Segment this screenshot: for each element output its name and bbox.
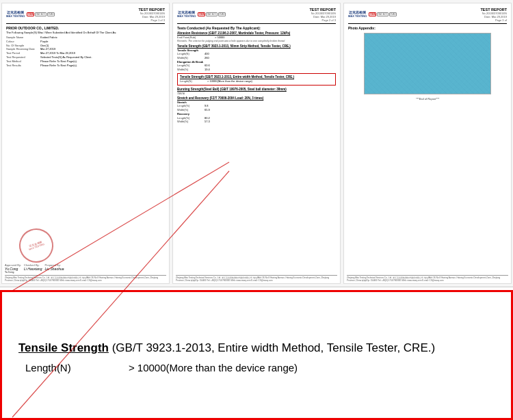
zoom-title-rest: (GB/T 3923.1-2013, Entire width Method, … <box>109 341 435 354</box>
page3-logo: 迈克思检测 MAX TESTING CMA SAC·ACC CNAS <box>348 12 397 18</box>
recovery-width: Width(%) 57.3 <box>177 120 336 123</box>
svg-rect-4 <box>365 34 490 94</box>
cnas-badge-1: CNAS <box>47 12 55 16</box>
zoom-row: Length(N) > 10000(More than the device r… <box>18 362 495 373</box>
fabric-photo <box>364 33 491 94</box>
page-1: 迈克思检测 MAX TESTING CMA SAC·ACC CNAS TEST … <box>1 3 170 284</box>
end-of-report: ***End of Report*** <box>348 97 507 101</box>
sig-checked: Checked By: Li Haoxiang <box>24 263 42 274</box>
abrasion-endpoint: End Point(Rub) > 50000 <box>177 36 336 39</box>
document-area: 迈克思检测 MAX TESTING CMA SAC·ACC CNAS TEST … <box>0 0 513 287</box>
abrasion-remarks: Remarks: The criterion for judging end p… <box>177 40 336 42</box>
page1-logo: 迈克思检测 MAX TESTING CMA SAC·ACC CNAS <box>6 12 55 18</box>
field-receiving-date: Sample Receiving Date Mar.27,2019 <box>6 47 165 51</box>
highlight-tensile-title: Tensile Strength (GB/T 3923.1-2013, Enti… <box>180 75 333 79</box>
tensile-50mm-title: Tensile Strength (GB/T 3923.1-2013, 50mm… <box>177 44 336 48</box>
stretch-title: Stretch and Recovery (FZ/T 70006-2004 Lo… <box>177 96 336 100</box>
tensile-width: Width(N) 260 <box>177 56 336 60</box>
stretch-label: Stretch <box>177 101 336 104</box>
sac-badge-1: SAC·ACC <box>35 12 46 16</box>
field-test-requested: Test Requested Selected Tests(S) As Requ… <box>6 55 165 59</box>
field-test-period: Test Period Mar.27,2019 To Mar.29,2019 <box>6 51 165 55</box>
page2-header-right: TEST REPORT No.20190370901EN Date: Mar.2… <box>309 8 336 22</box>
page1-fields: Sample Name Knitted Fabric Colour Purple… <box>6 36 165 67</box>
page2-cma-badge: CMA <box>198 12 205 16</box>
page-2: 迈克思检测 MAX TESTING CMA SAC·ACC CNAS TEST … <box>172 3 341 284</box>
fabric-svg <box>365 34 490 94</box>
stamp-text: 迈克思检测MAX TESTING <box>27 240 44 251</box>
elongation-length: Length(%) 60.6 <box>177 64 336 67</box>
page-3: 迈克思检测 MAX TESTING CMA SAC·ACC CNAS TEST … <box>343 3 512 284</box>
highlight-box: Tensile Strength (GB/T 3923.1-2013, Enti… <box>177 73 336 86</box>
stretch-width: Width(%) 65.9 <box>177 108 336 111</box>
page2-logo: 迈克思检测 MAX TESTING CMA SAC·ACC CNAS <box>177 12 226 18</box>
page1-header: 迈克思检测 MAX TESTING CMA SAC·ACC CNAS TEST … <box>6 8 165 24</box>
cma-badge-1: CMA <box>27 12 34 16</box>
page1-header-right: TEST REPORT No.20190370901EN Date: Mar.2… <box>138 8 165 22</box>
stretch-length: Length(%) 9.8 <box>177 104 336 107</box>
page2-footer: Zhejiang Max Testing Technical Services … <box>176 275 337 282</box>
zoom-box: Tensile Strength (GB/T 3923.1-2013, Enti… <box>0 290 513 420</box>
field-test-results: Test Results Please Refer To Next Page(s… <box>6 64 165 67</box>
bursting-value: 726 N <box>177 92 336 95</box>
page2-brand-english: MAX TESTING <box>177 15 196 18</box>
tensile-length: Length(N) 400 <box>177 52 336 55</box>
main-container: 迈克思检测 MAX TESTING CMA SAC·ACC CNAS TEST … <box>0 0 513 420</box>
bursting-title: Bursting Strength(Steel Ball) (GB/T 1997… <box>177 88 336 91</box>
brand-english: MAX TESTING <box>6 15 25 18</box>
tensile-strength-label: Tensile Strength <box>177 49 336 52</box>
field-test-method: Test Method Please Refer To Next Page(s)… <box>6 60 165 63</box>
abrasion-title: Abrasion Resistance (GB/T 21196.2-2007, … <box>177 31 336 35</box>
field-no-sample: No. Of Sample One(1) <box>6 44 165 47</box>
page3-cma-badge: CMA <box>369 12 376 16</box>
page3-sac-badge: SAC·ACC <box>377 12 388 16</box>
recovery-length: Length(%) 80.2 <box>177 116 336 120</box>
sig-prepared: Prepared By: Liu Shaohua <box>44 263 64 274</box>
field-colour: Colour Purple <box>6 40 165 43</box>
page1-page-num: Page 1 of 3 <box>138 18 165 22</box>
page2-sac-badge: SAC·ACC <box>206 12 217 16</box>
zoom-title-underline: Tensile Strength <box>18 341 109 354</box>
zoom-row-value: > 10000(More than the device range) <box>129 362 298 373</box>
page3-page-num: Page 3 of <box>480 18 507 22</box>
elongation-label: Elongation At Break <box>177 60 336 64</box>
sig-approved: Approved By: Yu Cong Yu Cong <box>5 263 21 274</box>
stamp-overlay: 迈克思检测MAX TESTING <box>14 224 58 267</box>
zoom-row-label: Length(N) <box>25 362 71 373</box>
page2-header: 迈克思检测 MAX TESTING CMA SAC·ACC CNAS TEST … <box>177 8 336 24</box>
page1-company: PRIOR OUTDOOR CO., LIMITED. <box>6 26 165 30</box>
page3-header-right: TEST REPORT No.20190370901EN Date: Mar.2… <box>480 8 507 22</box>
page3-cnas-badge: CNAS <box>389 12 397 16</box>
field-sample-name: Sample Name Knitted Fabric <box>6 36 165 39</box>
page3-brand-english: MAX TESTING <box>348 15 367 18</box>
highlight-length: Length(N) > 10000(More than the device r… <box>180 79 333 83</box>
page3-header: 迈克思检测 MAX TESTING CMA SAC·ACC CNAS TEST … <box>348 8 507 24</box>
page1-intro: The Following Sample(S) Was / Were Submi… <box>6 31 165 34</box>
page2-tests-header: Tests Conducted (As Requested By The App… <box>177 26 336 30</box>
page2-page-num: Page 2 of 3 <box>309 18 336 22</box>
fabric-visual <box>365 34 490 94</box>
page2-cnas-badge: CNAS <box>218 12 226 16</box>
page3-footer: Zhejiang Max Testing Technical Services … <box>347 275 508 282</box>
signature-row: Approved By: Yu Cong Yu Cong Checked By:… <box>5 263 166 274</box>
zoom-title: Tensile Strength (GB/T 3923.1-2013, Enti… <box>18 341 495 355</box>
recovery-label: Recovery <box>177 112 336 116</box>
page1-footer: Zhejiang Max Testing Technical Services … <box>5 275 166 282</box>
elongation-width: Width(%) 19.4 <box>177 68 336 71</box>
photo-label: Photo Appendix: <box>348 26 507 30</box>
